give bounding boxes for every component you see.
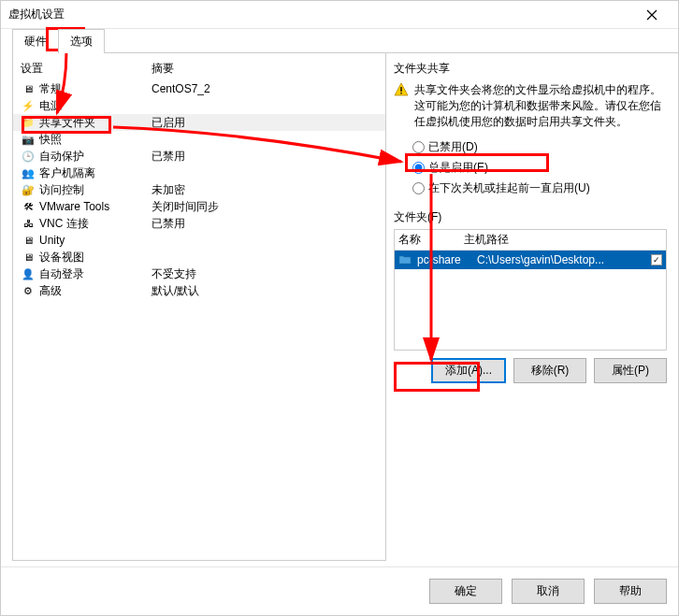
item-label: 常规 (39, 81, 152, 97)
item-icon: 🛠 (21, 199, 36, 214)
list-item[interactable]: 🖥常规CentOS7_2 (13, 80, 385, 97)
details-panel: 文件夹共享 共享文件夹会将您的文件显示给虚拟机中的程序。这可能为您的计算机和数据… (392, 53, 671, 566)
titlebar: 虚拟机设置 (1, 1, 678, 29)
radio-disabled[interactable]: 已禁用(D) (412, 136, 667, 157)
item-label: 快照 (39, 132, 152, 148)
list-header: 设置 摘要 (13, 61, 385, 80)
window-title: 虚拟机设置 (8, 7, 633, 22)
folders-buttons: 添加(A)... 移除(R) 属性(P) (394, 358, 667, 383)
item-icon: 🖥 (21, 233, 36, 248)
settings-list-panel: 设置 摘要 🖥常规CentOS7_2⚡电源📁共享文件夹已启用📷快照🕒自动保护已禁… (12, 52, 386, 561)
radio-always-label: 总是启用(E) (428, 160, 488, 176)
svg-rect-1 (400, 93, 401, 93)
dialog-footer: 确定 取消 帮助 (1, 566, 678, 615)
item-label: 电源 (39, 98, 152, 114)
folders-listbox[interactable]: 名称 主机路径 pc-shareC:\Users\gavin\Desktop..… (394, 229, 667, 351)
settings-list[interactable]: 🖥常规CentOS7_2⚡电源📁共享文件夹已启用📷快照🕒自动保护已禁用👥客户机隔… (13, 80, 385, 560)
warning-text: 共享文件夹会将您的文件显示给虚拟机中的程序。这可能为您的计算机和数据带来风险。请… (414, 82, 667, 129)
list-item[interactable]: 📁共享文件夹已启用 (13, 114, 385, 131)
folders-col-name[interactable]: 名称 (398, 232, 464, 248)
item-icon: 📷 (21, 132, 36, 147)
folder-name: pc-share (417, 253, 477, 266)
folders-header: 名称 主机路径 (395, 230, 666, 251)
settings-window: 虚拟机设置 硬件 选项 设置 摘要 🖥常规CentOS7_2⚡电源📁共享文件夹已… (0, 0, 679, 616)
radio-disabled-input[interactable] (412, 141, 425, 153)
folder-path: C:\Users\gavin\Desktop... (477, 253, 647, 266)
folders-title: 文件夹(F) (394, 209, 667, 225)
list-item[interactable]: 🕒自动保护已禁用 (13, 148, 385, 165)
list-item[interactable]: ⚙高级默认/默认 (13, 282, 385, 299)
item-icon: 🕒 (21, 149, 36, 164)
list-item[interactable]: 🔐访问控制未加密 (13, 181, 385, 198)
item-summary: 关闭时间同步 (152, 199, 385, 215)
item-summary: 默认/默认 (152, 283, 385, 299)
item-icon: ⚡ (21, 98, 36, 113)
item-icon: ⚙ (21, 283, 36, 298)
folder-enabled-checkbox[interactable]: ✓ (647, 254, 666, 265)
item-label: 高级 (39, 283, 152, 299)
item-label: 客户机隔离 (39, 165, 152, 181)
folder-sharing-group: 文件夹共享 共享文件夹会将您的文件显示给虚拟机中的程序。这可能为您的计算机和数据… (394, 61, 667, 198)
content-area: 设置 摘要 🖥常规CentOS7_2⚡电源📁共享文件夹已启用📷快照🕒自动保护已禁… (1, 53, 678, 566)
list-item[interactable]: 👤自动登录不受支持 (13, 265, 385, 282)
radio-always-input[interactable] (412, 162, 425, 174)
item-label: 自动登录 (39, 266, 152, 282)
folders-rows: pc-shareC:\Users\gavin\Desktop...✓ (395, 251, 666, 350)
cancel-button[interactable]: 取消 (512, 579, 585, 604)
item-summary: 已禁用 (152, 149, 385, 165)
radio-always-enabled[interactable]: 总是启用(E) (412, 157, 667, 178)
item-icon: 📁 (21, 115, 36, 130)
item-icon: 🖥 (21, 250, 36, 265)
close-icon (646, 9, 657, 21)
folder-icon (398, 252, 413, 267)
col-setting-header: 设置 (21, 61, 152, 77)
item-icon: 🖥 (21, 81, 36, 96)
item-summary: 已启用 (152, 115, 385, 131)
help-button[interactable]: 帮助 (594, 579, 667, 604)
item-label: Unity (39, 234, 152, 247)
col-summary-header: 摘要 (152, 61, 378, 77)
item-icon: 👤 (21, 266, 36, 281)
item-label: 设备视图 (39, 250, 152, 265)
properties-button[interactable]: 属性(P) (594, 358, 667, 383)
remove-button[interactable]: 移除(R) (513, 358, 586, 383)
svg-rect-0 (400, 87, 401, 92)
list-item[interactable]: 📷快照 (13, 131, 385, 148)
tab-options[interactable]: 选项 (58, 29, 105, 53)
close-button[interactable] (633, 1, 671, 29)
folder-row[interactable]: pc-shareC:\Users\gavin\Desktop...✓ (395, 251, 666, 269)
folders-group: 文件夹(F) 名称 主机路径 pc-shareC:\Users\gavin\De… (394, 209, 667, 383)
list-item[interactable]: 👥客户机隔离 (13, 165, 385, 181)
list-item[interactable]: 🖧VNC 连接已禁用 (13, 215, 385, 232)
item-summary: 未加密 (152, 182, 385, 198)
radio-until-next[interactable]: 在下次关机或挂起前一直启用(U) (412, 178, 667, 198)
tabs: 硬件 选项 (1, 29, 678, 53)
item-summary: 已禁用 (152, 216, 385, 232)
item-label: VNC 连接 (39, 216, 152, 232)
item-label: 共享文件夹 (39, 115, 152, 131)
list-item[interactable]: ⚡电源 (13, 97, 385, 114)
item-summary: CentOS7_2 (152, 82, 385, 95)
radio-disabled-label: 已禁用(D) (428, 139, 478, 155)
radio-until-label: 在下次关机或挂起前一直启用(U) (428, 180, 590, 196)
item-icon: 🔐 (21, 182, 36, 197)
ok-button[interactable]: 确定 (429, 579, 502, 604)
radio-until-input[interactable] (412, 182, 425, 194)
item-icon: 👥 (21, 165, 36, 180)
list-item[interactable]: 🖥Unity (13, 232, 385, 249)
list-item[interactable]: 🖥设备视图 (13, 249, 385, 265)
warning-box: 共享文件夹会将您的文件显示给虚拟机中的程序。这可能为您的计算机和数据带来风险。请… (394, 80, 667, 136)
item-label: VMware Tools (39, 200, 152, 213)
warning-icon (394, 82, 409, 97)
folders-col-path[interactable]: 主机路径 (464, 232, 666, 248)
folder-sharing-title: 文件夹共享 (394, 61, 667, 77)
item-label: 访问控制 (39, 182, 152, 198)
item-summary: 不受支持 (152, 266, 385, 282)
sharing-radios: 已禁用(D) 总是启用(E) 在下次关机或挂起前一直启用(U) (394, 136, 667, 198)
item-icon: 🖧 (21, 216, 36, 231)
list-item[interactable]: 🛠VMware Tools关闭时间同步 (13, 198, 385, 215)
tab-hardware[interactable]: 硬件 (12, 29, 59, 53)
item-label: 自动保护 (39, 149, 152, 165)
add-button[interactable]: 添加(A)... (431, 358, 506, 383)
